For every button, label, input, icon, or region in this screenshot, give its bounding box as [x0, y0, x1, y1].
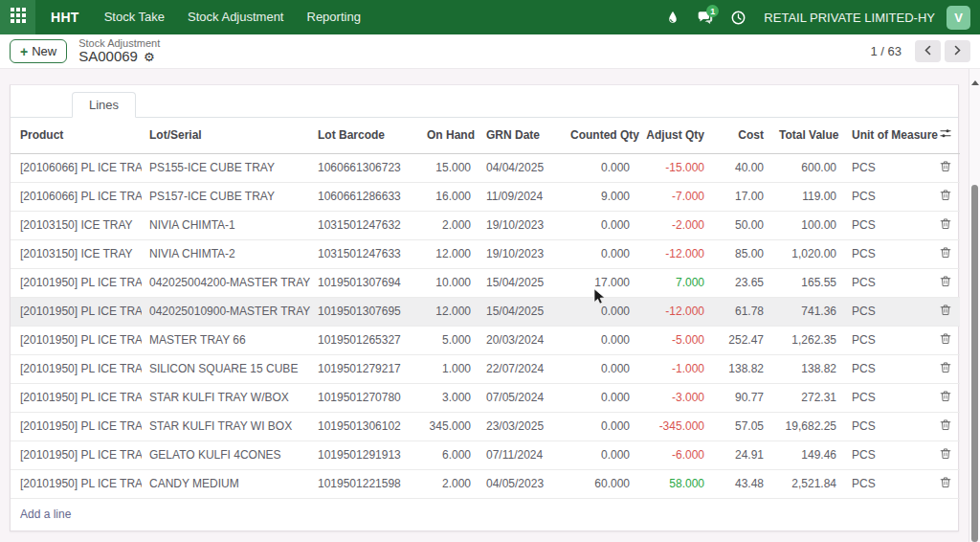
cell-product[interactable]: [20101950] PL ICE TRAY — [11, 268, 142, 297]
cell-product[interactable]: [20103150] ICE TRAY — [11, 239, 142, 268]
cell-product[interactable]: [20101950] PL ICE TRAY — [11, 412, 142, 440]
scrollbar-up-arrow-icon[interactable] — [971, 80, 979, 85]
pager-previous-button[interactable] — [915, 40, 941, 62]
cell-grn-date[interactable]: 23/03/2025 — [479, 412, 563, 440]
header-product[interactable]: Product — [11, 118, 142, 153]
cell-lot-barcode[interactable]: 1019501279217 — [310, 354, 419, 383]
cell-product[interactable]: [20103150] ICE TRAY — [11, 211, 142, 239]
cell-lot-serial[interactable]: STAR KULFI TRAY WI BOX — [142, 412, 310, 440]
table-row[interactable]: [20101950] PL ICE TRAY CANDY MEDIUM 1019… — [11, 469, 960, 498]
cell-grn-date[interactable]: 04/05/2023 — [479, 469, 563, 498]
company-name[interactable]: RETAIL PRIVATE LIMITED-HY — [764, 11, 935, 25]
cell-total-value[interactable]: 119.00 — [771, 182, 844, 211]
cell-total-value[interactable]: 149.46 — [771, 440, 844, 469]
table-row[interactable]: [20101950] PL ICE TRAY STAR KULFI TRAY W… — [11, 412, 960, 440]
tab-lines[interactable]: Lines — [72, 92, 136, 118]
cell-lot-barcode[interactable]: 1031501247632 — [310, 211, 419, 239]
cell-cost[interactable]: 50.00 — [712, 211, 771, 239]
cell-lot-serial[interactable]: NIVIA CHIMTA-2 — [142, 239, 310, 268]
user-avatar[interactable]: V — [947, 6, 970, 30]
cell-on-hand[interactable]: 2.000 — [419, 211, 479, 239]
header-cost[interactable]: Cost — [712, 118, 771, 153]
cell-counted-qty[interactable]: 0.000 — [563, 440, 637, 469]
pager-next-button[interactable] — [945, 40, 970, 62]
cell-grn-date[interactable]: 04/04/2025 — [479, 153, 563, 182]
delete-row-button[interactable] — [931, 440, 960, 469]
table-row[interactable]: [20103150] ICE TRAY NIVIA CHIMTA-2 10315… — [11, 239, 960, 268]
cell-on-hand[interactable]: 3.000 — [419, 383, 479, 412]
cell-total-value[interactable]: 741.36 — [771, 297, 844, 326]
cell-on-hand[interactable]: 6.000 — [419, 440, 479, 469]
cell-cost[interactable]: 57.05 — [712, 412, 771, 440]
cell-lot-serial[interactable]: SILICON SQUARE 15 CUBE — [142, 354, 310, 383]
cell-counted-qty[interactable]: 0.000 — [563, 211, 637, 239]
cell-lot-barcode[interactable]: 1019501307694 — [310, 268, 419, 297]
cell-uom[interactable]: PCS — [844, 412, 931, 440]
new-button[interactable]: + New — [10, 39, 67, 63]
cell-adjust-qty[interactable]: -7.000 — [637, 182, 712, 211]
cell-grn-date[interactable]: 07/05/2024 — [479, 383, 563, 412]
table-row[interactable]: [20101950] PL ICE TRAY 042025004200-MAST… — [11, 268, 960, 297]
apps-menu-button[interactable] — [0, 0, 35, 34]
cell-total-value[interactable]: 1,262.35 — [771, 326, 844, 354]
cell-grn-date[interactable]: 15/04/2025 — [479, 297, 563, 326]
menu-reporting[interactable]: Reporting — [296, 0, 372, 34]
delete-row-button[interactable] — [931, 268, 960, 297]
messages-icon[interactable]: 1 — [694, 0, 717, 34]
cell-on-hand[interactable]: 10.000 — [419, 268, 479, 297]
header-unit-of-measure[interactable]: Unit of Measure — [844, 118, 931, 153]
cell-lot-serial[interactable]: NIVIA CHIMTA-1 — [142, 211, 310, 239]
cell-lot-serial[interactable]: STAR KULFI TRAY W/BOX — [142, 383, 310, 412]
delete-row-button[interactable] — [931, 297, 960, 326]
cell-lot-barcode[interactable]: 1019501291913 — [310, 440, 419, 469]
debug-droplet-icon[interactable] — [661, 0, 684, 34]
cell-total-value[interactable]: 165.55 — [771, 268, 844, 297]
cell-cost[interactable]: 252.47 — [712, 326, 771, 354]
header-counted-qty[interactable]: Counted Qty — [563, 118, 637, 153]
cell-uom[interactable]: PCS — [844, 440, 931, 469]
cell-uom[interactable]: PCS — [844, 153, 931, 182]
cell-lot-barcode[interactable]: 1019501307695 — [310, 297, 419, 326]
table-row[interactable]: [20101950] PL ICE TRAY GELATO KULFI 4CON… — [11, 440, 960, 469]
delete-row-button[interactable] — [931, 239, 960, 268]
cell-product[interactable]: [20101950] PL ICE TRAY — [11, 297, 142, 326]
cell-uom[interactable]: PCS — [844, 182, 931, 211]
cell-uom[interactable]: PCS — [844, 383, 931, 412]
cell-cost[interactable]: 40.00 — [712, 153, 771, 182]
cell-uom[interactable]: PCS — [844, 469, 931, 498]
cell-product[interactable]: [20101950] PL ICE TRAY — [11, 354, 142, 383]
cell-adjust-qty[interactable]: -345.000 — [637, 412, 712, 440]
table-row[interactable]: [20101950] PL ICE TRAY SILICON SQUARE 15… — [11, 354, 960, 383]
cell-total-value[interactable]: 138.82 — [771, 354, 844, 383]
cell-lot-serial[interactable]: 042025010900-MASTER TRAY 22 — [142, 297, 310, 326]
delete-row-button[interactable] — [931, 182, 960, 211]
cell-total-value[interactable]: 1,020.00 — [771, 239, 844, 268]
cell-counted-qty[interactable]: 0.000 — [563, 412, 637, 440]
cell-product[interactable]: [20101950] PL ICE TRAY — [11, 469, 142, 498]
app-name[interactable]: HHT — [51, 10, 79, 25]
delete-row-button[interactable] — [931, 153, 960, 182]
cell-uom[interactable]: PCS — [844, 354, 931, 383]
cell-adjust-qty[interactable]: 7.000 — [637, 268, 712, 297]
cell-product[interactable]: [20106066] PL ICE TRAY — [11, 182, 142, 211]
delete-row-button[interactable] — [931, 326, 960, 354]
cell-on-hand[interactable]: 1.000 — [419, 354, 479, 383]
cell-lot-barcode[interactable]: 1060661306723 — [310, 153, 419, 182]
cell-lot-barcode[interactable]: 1019501265327 — [310, 326, 419, 354]
table-row[interactable]: [20106066] PL ICE TRAY PS157-ICE CUBE TR… — [11, 182, 960, 211]
cell-cost[interactable]: 23.65 — [712, 268, 771, 297]
table-row[interactable]: [20101950] PL ICE TRAY STAR KULFI TRAY W… — [11, 383, 960, 412]
header-grn-date[interactable]: GRN Date — [479, 118, 563, 153]
cell-lot-serial[interactable]: MASTER TRAY 66 — [142, 326, 310, 354]
cell-lot-serial[interactable]: 042025004200-MASTER TRAY 00 — [142, 268, 310, 297]
cell-counted-qty[interactable]: 0.000 — [563, 153, 637, 182]
gear-icon[interactable]: ⚙ — [144, 51, 155, 63]
cell-adjust-qty[interactable]: -5.000 — [637, 326, 712, 354]
cell-lot-serial[interactable]: PS155-ICE CUBE TRAY — [142, 153, 310, 182]
menu-stock-take[interactable]: Stock Take — [93, 0, 176, 34]
delete-row-button[interactable] — [931, 383, 960, 412]
cell-product[interactable]: [20101950] PL ICE TRAY — [11, 383, 142, 412]
add-a-line-link[interactable]: Add a line — [11, 499, 958, 531]
cell-lot-barcode[interactable]: 1019501306102 — [310, 412, 419, 440]
cell-counted-qty[interactable]: 60.000 — [563, 469, 637, 498]
